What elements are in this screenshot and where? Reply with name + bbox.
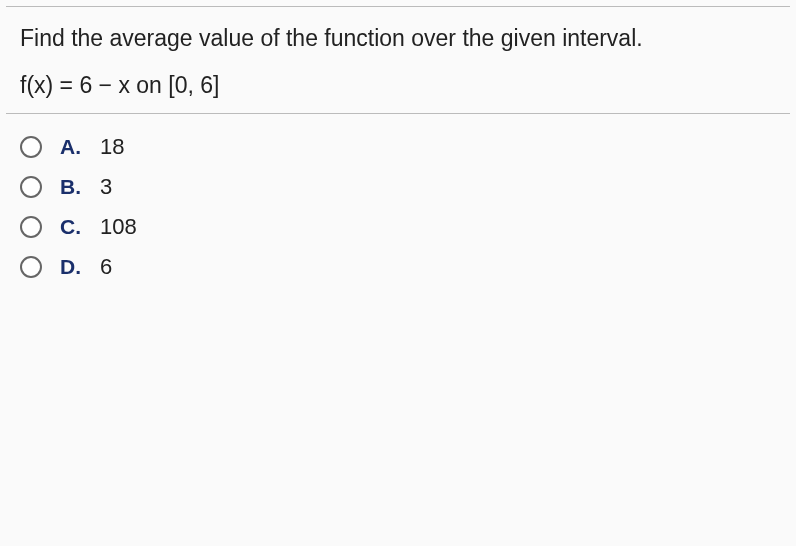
- question-prompt: Find the average value of the function o…: [20, 25, 776, 52]
- radio-icon[interactable]: [20, 216, 42, 238]
- radio-icon[interactable]: [20, 176, 42, 198]
- question-equation: f(x) = 6 − x on [0, 6]: [20, 72, 776, 99]
- option-value: 6: [100, 254, 112, 280]
- options-list: A. 18 B. 3 C. 108 D. 6: [6, 114, 790, 308]
- option-b[interactable]: B. 3: [20, 174, 776, 200]
- option-c[interactable]: C. 108: [20, 214, 776, 240]
- option-value: 3: [100, 174, 112, 200]
- question-block: Find the average value of the function o…: [6, 7, 790, 114]
- radio-icon[interactable]: [20, 136, 42, 158]
- option-value: 108: [100, 214, 137, 240]
- option-d[interactable]: D. 6: [20, 254, 776, 280]
- option-letter: B.: [60, 175, 94, 199]
- question-container: Find the average value of the function o…: [6, 6, 790, 308]
- option-letter: D.: [60, 255, 94, 279]
- option-value: 18: [100, 134, 124, 160]
- option-letter: C.: [60, 215, 94, 239]
- option-letter: A.: [60, 135, 94, 159]
- option-a[interactable]: A. 18: [20, 134, 776, 160]
- radio-icon[interactable]: [20, 256, 42, 278]
